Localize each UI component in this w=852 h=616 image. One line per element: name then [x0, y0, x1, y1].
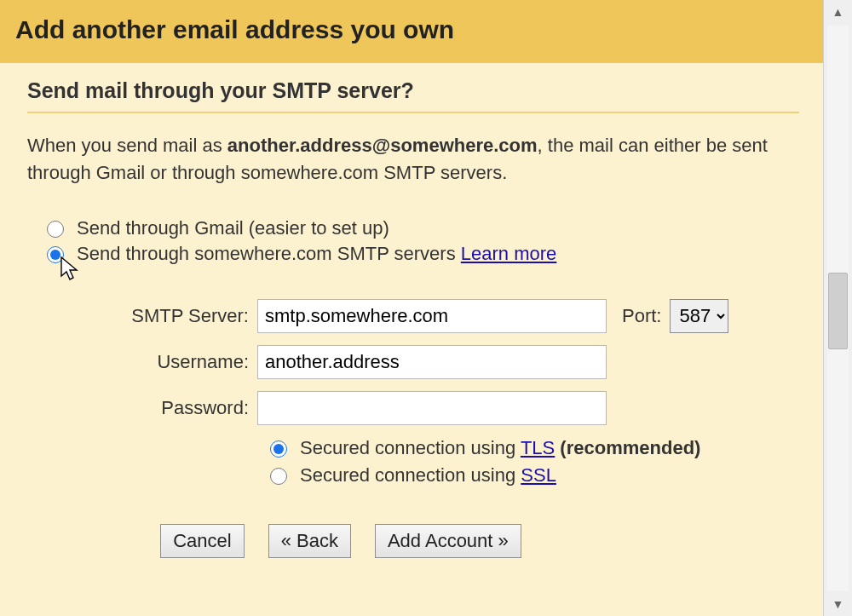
port-label: Port:	[622, 305, 661, 327]
back-button[interactable]: « Back	[268, 524, 351, 558]
learn-more-link[interactable]: Learn more	[461, 243, 557, 264]
password-label: Password:	[27, 397, 257, 419]
security-tls-suffix: (recommended)	[555, 437, 700, 458]
security-options: Secured connection using TLS (recommende…	[266, 437, 799, 486]
smtp-server-input[interactable]	[257, 299, 607, 333]
password-input[interactable]	[257, 391, 607, 425]
security-tls-label: Secured connection using TLS (recommende…	[300, 437, 700, 459]
password-row: Password:	[27, 391, 799, 425]
route-gmail-label: Send through Gmail (easier to set up)	[77, 217, 389, 239]
dialog-body: Send mail through your SMTP server? When…	[0, 63, 823, 616]
security-ssl-prefix: Secured connection using	[300, 464, 521, 486]
intro-text: When you send mail as another.address@so…	[27, 132, 799, 187]
username-label: Username:	[27, 351, 257, 373]
security-ssl-label: Secured connection using SSL	[300, 464, 556, 486]
port-select[interactable]: 587	[670, 299, 728, 333]
vertical-scrollbar[interactable]: ▲ ▼	[823, 0, 852, 616]
smtp-server-row: SMTP Server: Port: 587	[27, 299, 799, 333]
route-smtp-label-text: Send through somewhere.com SMTP servers	[77, 243, 461, 264]
intro-prefix: When you send mail as	[27, 135, 227, 156]
security-tls-radio[interactable]	[270, 440, 287, 458]
route-gmail-option[interactable]: Send through Gmail (easier to set up)	[43, 217, 799, 239]
username-row: Username:	[27, 345, 799, 379]
dialog-buttons: Cancel « Back Add Account »	[27, 524, 799, 558]
route-smtp-option[interactable]: Send through somewhere.com SMTP servers …	[43, 243, 799, 265]
intro-email: another.address@somewhere.com	[227, 135, 538, 156]
scrollbar-thumb[interactable]	[828, 273, 848, 349]
dialog-title: Add another email address you own	[15, 15, 806, 44]
security-ssl-radio[interactable]	[270, 468, 287, 485]
smtp-form: SMTP Server: Port: 587 Username: Passwor…	[27, 299, 799, 486]
scrollbar-down-arrow-icon[interactable]: ▼	[824, 592, 852, 616]
security-tls-prefix: Secured connection using	[300, 437, 521, 458]
security-tls-option[interactable]: Secured connection using TLS (recommende…	[266, 437, 799, 459]
divider	[27, 112, 799, 113]
dialog-subheading: Send mail through your SMTP server?	[27, 78, 799, 103]
username-input[interactable]	[257, 345, 607, 379]
smtp-server-label: SMTP Server:	[27, 305, 257, 327]
ssl-link[interactable]: SSL	[521, 464, 556, 486]
route-smtp-label: Send through somewhere.com SMTP servers …	[77, 243, 556, 265]
tls-link[interactable]: TLS	[521, 437, 555, 458]
scrollbar-up-arrow-icon[interactable]: ▲	[824, 0, 852, 24]
route-gmail-radio[interactable]	[47, 221, 64, 238]
route-smtp-radio[interactable]	[47, 246, 64, 263]
cancel-button[interactable]: Cancel	[160, 524, 244, 558]
dialog-header: Add another email address you own	[0, 0, 823, 63]
security-ssl-option[interactable]: Secured connection using SSL	[266, 464, 799, 486]
add-account-button[interactable]: Add Account »	[375, 524, 521, 558]
send-route-options: Send through Gmail (easier to set up) Se…	[43, 217, 799, 265]
